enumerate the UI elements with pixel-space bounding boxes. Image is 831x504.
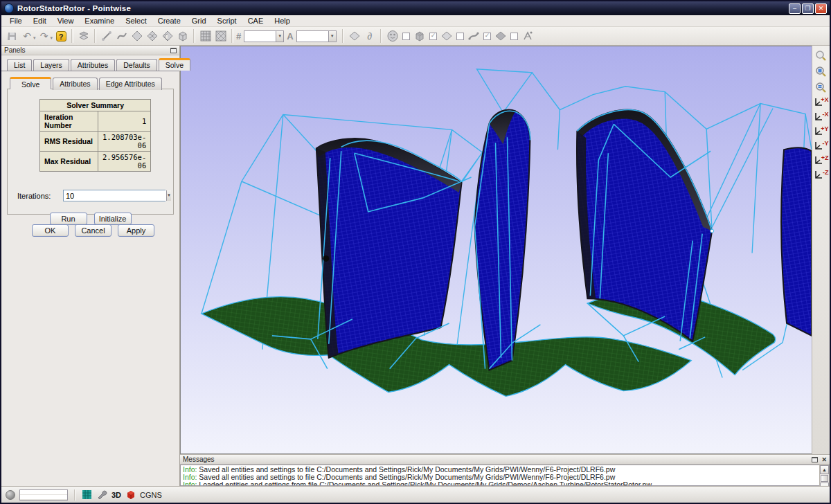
close-icon[interactable]: ✕ — [821, 456, 827, 463]
database-filter-checkbox[interactable] — [483, 33, 491, 40]
tab-defaults[interactable]: Defaults — [116, 59, 157, 71]
view-minus-x-button[interactable]: -X — [814, 110, 829, 124]
view-minus-y-button[interactable]: -Y — [814, 139, 829, 153]
unstructured-grid-icon[interactable] — [213, 28, 229, 44]
table-row: Max Residual 2.956576e-06 — [40, 152, 151, 172]
run-button[interactable]: Run — [50, 213, 87, 225]
menu-view[interactable]: View — [52, 16, 80, 26]
tab-attributes[interactable]: Attributes — [71, 59, 115, 71]
solve-panel-body: Solver Summary Iteration Number 1 RMS Re… — [7, 89, 174, 215]
mask-blocks-checkbox[interactable] — [402, 33, 410, 40]
blocks-filter-icon[interactable] — [412, 28, 427, 44]
row-label: RMS Residual — [40, 132, 98, 152]
structured-grid-icon[interactable] — [198, 28, 213, 44]
create-domain-icon[interactable] — [129, 28, 145, 44]
chevron-down-icon[interactable]: ▼ — [276, 31, 283, 42]
chevron-down-icon[interactable]: ▼ — [328, 31, 336, 42]
menu-create[interactable]: Create — [152, 16, 186, 26]
tab-list[interactable]: List — [7, 59, 32, 71]
create-block-icon[interactable] — [175, 28, 190, 44]
iterations-input[interactable] — [64, 190, 166, 201]
connectors-filter-checkbox[interactable] — [456, 33, 464, 40]
help-icon[interactable]: ? — [53, 28, 69, 44]
subtab-solve[interactable]: Solve — [10, 77, 51, 89]
panels-title: Panels — [4, 46, 26, 54]
toolbar-separator — [193, 29, 195, 43]
cancel-button[interactable]: Cancel — [75, 224, 111, 237]
menu-edit[interactable]: Edit — [28, 16, 52, 26]
minimize-button[interactable]: – — [789, 3, 801, 14]
ok-button[interactable]: OK — [32, 224, 69, 237]
float-panel-icon[interactable] — [170, 48, 177, 53]
dimension-combo[interactable]: ▼ — [244, 30, 284, 42]
spacing-combo[interactable]: ▼ — [296, 30, 337, 42]
menu-grid[interactable]: Grid — [186, 16, 212, 26]
toolbar-separator — [342, 29, 344, 43]
connectors-filter-icon[interactable] — [466, 28, 481, 44]
view-plus-y-button[interactable]: +Y — [814, 125, 829, 138]
messages-dock: Messages ✕ Info: Saved all entities and … — [180, 454, 830, 486]
app-globe-icon — [4, 3, 14, 13]
menu-select[interactable]: Select — [120, 16, 152, 26]
create-connector-icon[interactable] — [99, 28, 114, 44]
viewport-3d[interactable] — [180, 46, 812, 454]
messages-scrollbar[interactable]: ▲ ▼ — [819, 465, 830, 486]
spacings-filter-checkbox[interactable] — [510, 33, 518, 40]
undo-dropdown-icon[interactable]: ▾ — [33, 35, 36, 41]
row-value: 1 — [98, 111, 151, 132]
spacings-filter-icon[interactable] — [520, 28, 535, 44]
apply-button[interactable]: Apply — [118, 224, 154, 237]
project-surface-icon[interactable] — [347, 28, 362, 44]
subtab-attributes[interactable]: Attributes — [53, 78, 97, 90]
partial-derivative-icon[interactable]: ∂ — [362, 28, 377, 44]
mode-3d-label[interactable]: 3D — [111, 491, 121, 499]
view-minus-z-button[interactable]: -Z — [814, 168, 829, 182]
domains-filter-icon[interactable] — [439, 28, 454, 44]
float-panel-icon[interactable] — [812, 457, 818, 462]
iterations-combo[interactable]: ▼ — [63, 190, 166, 201]
menu-examine[interactable]: Examine — [79, 16, 120, 26]
solver-summary-table: Solver Summary Iteration Number 1 RMS Re… — [39, 99, 151, 172]
scroll-up-icon[interactable]: ▲ — [820, 465, 829, 474]
menu-script[interactable]: Script — [212, 16, 242, 26]
title-bar: RotorStatorRotor - Pointwise – ❐ ✕ — [1, 1, 830, 15]
tab-layers[interactable]: Layers — [33, 59, 69, 71]
view-plus-z-button[interactable]: +Z — [814, 154, 829, 168]
create-meshed-domain-icon[interactable] — [145, 28, 160, 44]
layers-icon[interactable] — [76, 28, 91, 44]
log-text: Loaded entities and settings from file C… — [197, 480, 652, 486]
initialize-button[interactable]: Initialize — [94, 213, 132, 225]
domains-filter-checkbox[interactable] — [429, 33, 437, 40]
save-icon[interactable] — [4, 28, 19, 44]
menu-cae[interactable]: CAE — [242, 16, 269, 26]
tool-wrench-icon[interactable] — [96, 490, 107, 500]
subtab-edge-attributes[interactable]: Edge Attributes — [99, 78, 162, 90]
grid-mode-icon[interactable] — [82, 489, 92, 500]
zoom-box-icon[interactable] — [814, 64, 829, 79]
zoom-icon[interactable] — [814, 48, 829, 63]
toolbar-separator — [380, 29, 382, 43]
chevron-down-icon[interactable]: ▼ — [166, 190, 171, 201]
tab-solve[interactable]: Solve — [159, 58, 190, 71]
status-sphere-icon — [6, 490, 15, 500]
close-button[interactable]: ✕ — [815, 3, 827, 14]
database-filter-icon[interactable] — [493, 28, 508, 44]
create-curve-icon[interactable] — [114, 28, 129, 44]
redo-dropdown-icon[interactable]: ▾ — [51, 35, 53, 41]
menu-help[interactable]: Help — [269, 16, 296, 26]
menu-file[interactable]: File — [4, 16, 28, 26]
zoom-extents-icon[interactable] — [814, 80, 829, 95]
redo-icon[interactable]: ↷ — [37, 28, 52, 44]
mask-icon[interactable] — [385, 28, 400, 44]
undo-icon[interactable]: ↶ — [19, 28, 35, 44]
table-row: RMS Residual 1.208703e-06 — [40, 132, 151, 152]
view-plus-x-button[interactable]: +X — [814, 96, 829, 109]
selected-point-marker[interactable] — [323, 255, 329, 262]
table-row: Iteration Number 1 — [40, 111, 151, 132]
trim-surface-icon[interactable] — [160, 28, 175, 44]
row-value: 2.956576e-06 — [98, 152, 151, 172]
scroll-thumb[interactable] — [821, 475, 828, 482]
restore-button[interactable]: ❐ — [802, 3, 814, 14]
message-log[interactable]: Info: Saved all entities and settings to… — [180, 465, 819, 486]
status-coordinate-field — [19, 489, 68, 501]
